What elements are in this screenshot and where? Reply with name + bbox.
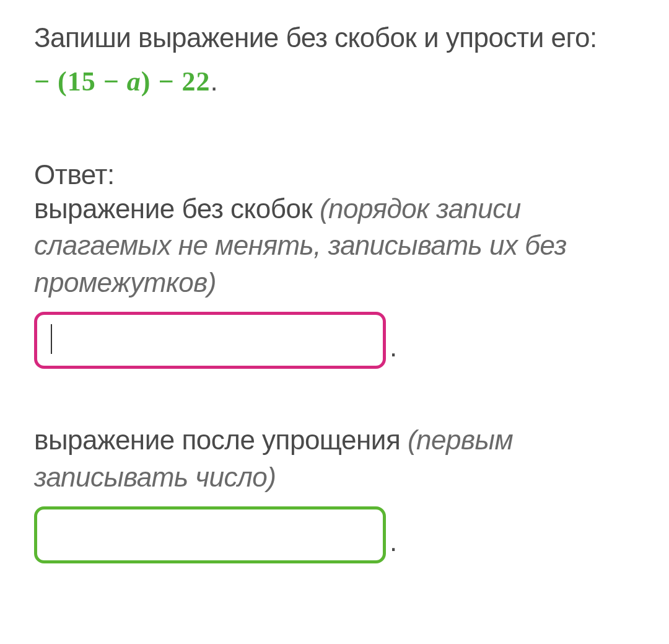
period-1: . [390,332,397,369]
answer-part2-text: выражение после упрощения [34,425,408,455]
exercise-container: Запиши выражение без скобок и упрости ег… [34,19,635,563]
prompt-instruction: Запиши выражение без скобок и упрости ег… [34,19,635,57]
answer-part1-text: выражение без скобок [34,193,320,224]
answer-label: Ответ: [34,159,635,190]
simplified-expression-input[interactable] [34,506,386,563]
text-cursor [51,324,52,354]
answer-part2-description: выражение после упрощения (первым записы… [34,421,635,495]
answer-part1-description: выражение без скобок (порядок записи сла… [34,190,635,301]
expr-prefix: − (15 − [34,66,127,97]
expr-suffix: ) − 22 [141,66,211,97]
input-row-2: . [34,506,635,563]
input-row-1: . [34,312,635,369]
period-2: . [390,526,397,563]
expr-end: . [211,66,219,96]
expr-variable: a [127,66,141,97]
expression-without-brackets-input[interactable] [34,312,386,369]
math-expression: − (15 − a) − 22. [34,60,635,104]
